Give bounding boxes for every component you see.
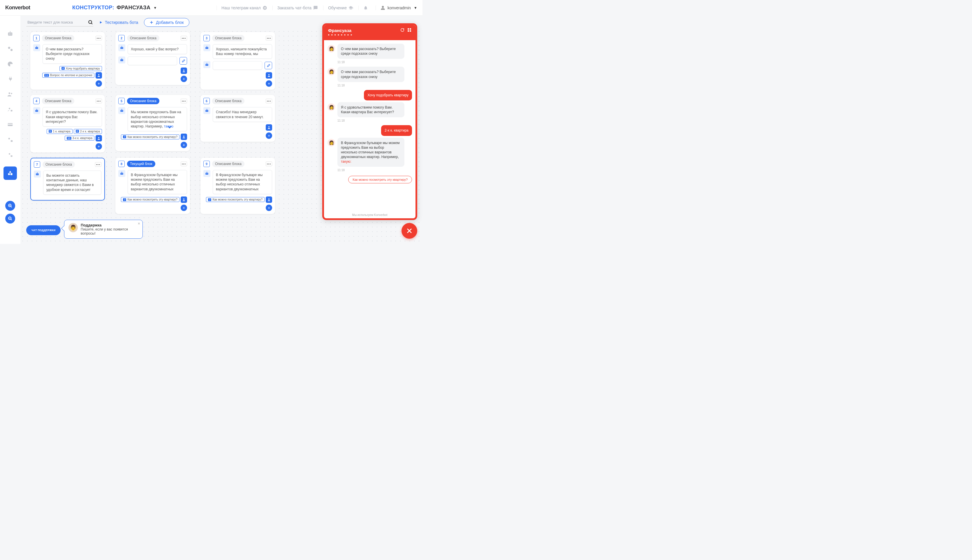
option-chip[interactable]: 7Как можно посмотреть эту квартиру? xyxy=(121,135,179,139)
svg-point-8 xyxy=(8,47,10,49)
rail-users-lock-icon[interactable] xyxy=(7,136,14,143)
block-menu-button[interactable]: ••• xyxy=(95,99,102,103)
rail-user-lock2-icon[interactable] xyxy=(7,152,14,158)
support-close-button[interactable]: × xyxy=(138,221,140,226)
option-chip[interactable]: 51 к. квартира xyxy=(47,129,72,134)
block-chip[interactable]: Текущий блок xyxy=(127,161,155,167)
block-card-7[interactable]: 7 Описание блока ••• Вы можете оставить … xyxy=(30,158,105,200)
block-menu-button[interactable]: ••• xyxy=(266,36,272,40)
svg-point-75 xyxy=(122,173,123,174)
add-option-button[interactable]: + xyxy=(266,80,272,87)
svg-rect-92 xyxy=(408,28,409,30)
block-menu-button[interactable]: ••• xyxy=(266,162,272,166)
test-bot-button[interactable]: Тестировать бота xyxy=(99,20,138,25)
block-card-6[interactable]: 6 Описание блока ••• Спасибо! Наш менедж… xyxy=(201,95,275,142)
svg-point-81 xyxy=(207,173,208,174)
block-card-4[interactable]: 4 Описание блока ••• Я с удовольствием п… xyxy=(30,95,105,153)
rail-bot-icon[interactable] xyxy=(7,30,14,37)
block-card-1[interactable]: 1 Описание блока ••• О чем вам рассказат… xyxy=(30,32,105,90)
user-menu[interactable]: konveradmin ▼ xyxy=(376,5,417,10)
edit-button[interactable] xyxy=(179,57,187,65)
notifications-button[interactable] xyxy=(358,5,370,10)
option-chip[interactable]: 7Как можно посмотреть эту квартиру? xyxy=(121,197,179,202)
block-menu-button[interactable]: ••• xyxy=(95,36,102,40)
block-menu-button[interactable]: ••• xyxy=(181,36,187,40)
block-chip[interactable]: Описание блока xyxy=(127,98,159,104)
support-chat-button[interactable]: ЧАТ ПОДДЕРЖКИ xyxy=(26,225,60,235)
rail-plug-icon[interactable] xyxy=(7,76,14,83)
telegram-icon xyxy=(263,5,267,10)
svg-rect-22 xyxy=(35,47,38,49)
title-area[interactable]: КОНСТРУКТОР: ФРАНСУАЗА ▼ xyxy=(72,5,157,11)
support-avatar: 👨 xyxy=(69,223,78,232)
block-chip[interactable]: Описание блока xyxy=(212,161,244,167)
rail-users-icon[interactable] xyxy=(7,91,14,98)
block-card-2[interactable]: 2 Описание блока ••• Хорошо, какой у Вас… xyxy=(115,32,190,85)
user-icon xyxy=(181,133,187,140)
refresh-icon[interactable] xyxy=(400,28,405,32)
svg-point-32 xyxy=(122,46,122,47)
svg-point-10 xyxy=(9,93,10,94)
user-icon xyxy=(381,5,385,10)
svg-rect-94 xyxy=(408,30,409,32)
add-option-button[interactable]: + xyxy=(266,205,272,211)
order-bot-link[interactable]: Заказать чат-бота xyxy=(273,5,318,10)
block-chip[interactable]: Описание блока xyxy=(127,35,159,41)
option-chip[interactable]: 11Вопрос по ипотеке и рассрочке xyxy=(42,73,94,78)
block-number: 6 xyxy=(203,98,210,104)
option-chip[interactable]: 103-х к. квартира xyxy=(65,136,94,141)
preview-bot-message: 👩В Французском бульваре мы можем предлож… xyxy=(328,138,412,167)
block-menu-button[interactable]: ••• xyxy=(181,162,187,166)
block-menu-button[interactable]: ••• xyxy=(95,162,101,167)
add-option-button[interactable]: + xyxy=(181,142,187,148)
zoom-in-button[interactable] xyxy=(5,201,15,211)
block-card-3[interactable]: 3 Описание блока ••• Хорошо, напишите по… xyxy=(201,32,275,90)
rail-gears-icon[interactable] xyxy=(7,45,14,52)
svg-point-58 xyxy=(122,111,123,111)
option-chip[interactable]: 82-х к. квартира xyxy=(74,129,102,134)
block-chip[interactable]: Описание блока xyxy=(42,35,74,41)
block-chip[interactable]: Описание блока xyxy=(212,35,244,41)
search-button[interactable] xyxy=(88,20,93,25)
add-block-button[interactable]: Добавить блок xyxy=(144,18,189,27)
input-placeholder[interactable] xyxy=(213,61,262,70)
block-chip[interactable]: Описание блока xyxy=(43,161,75,168)
rail-chart-icon[interactable] xyxy=(7,60,14,68)
telegram-link[interactable]: Наш телеграм канал xyxy=(216,5,267,10)
learn-link[interactable]: Обучение xyxy=(323,5,353,10)
zoom-out-button[interactable] xyxy=(5,213,15,223)
block-chip[interactable]: Описание блока xyxy=(212,98,244,104)
svg-rect-56 xyxy=(120,110,123,112)
svg-rect-15 xyxy=(8,124,13,125)
block-card-5[interactable]: 5 Описание блока ••• Мы можем предложить… xyxy=(115,95,190,151)
svg-point-24 xyxy=(37,48,38,48)
add-option-button[interactable]: + xyxy=(181,76,187,82)
block-card-8[interactable]: 8 Текущий блок ••• В Французском бульвар… xyxy=(115,158,190,214)
rail-card-icon[interactable] xyxy=(7,121,14,128)
add-option-button[interactable]: + xyxy=(181,205,187,211)
option-chip[interactable]: 7Как можно посмотреть эту квартиру? xyxy=(206,197,264,202)
add-option-button[interactable]: + xyxy=(95,80,102,87)
option-chip[interactable]: 4Хочу подобрать квартиру xyxy=(59,66,102,71)
add-option-button[interactable]: + xyxy=(95,143,102,150)
block-card-9[interactable]: 9 Описание блока ••• В Французском бульв… xyxy=(201,158,275,214)
edit-button[interactable] xyxy=(264,62,272,69)
close-preview-button[interactable] xyxy=(402,223,417,239)
preview-footer: Мы используем Konverbot xyxy=(324,212,415,218)
rail-user-lock-icon[interactable] xyxy=(7,106,14,113)
block-chip[interactable]: Описание блока xyxy=(42,98,74,104)
zoom-controls xyxy=(5,201,15,223)
preview-action-button[interactable]: Как можно посмотреть эту квартиру? xyxy=(348,176,412,183)
svg-point-27 xyxy=(98,74,99,75)
input-placeholder[interactable] xyxy=(128,57,177,65)
rail-shapes-icon[interactable] xyxy=(3,167,17,180)
block-menu-button[interactable]: ••• xyxy=(266,99,272,103)
block-message: В Французском бульваре мы можем предложи… xyxy=(128,170,187,194)
block-number: 8 xyxy=(118,161,125,167)
block-menu-button[interactable]: ••• xyxy=(181,99,187,103)
search-input[interactable] xyxy=(26,18,88,26)
svg-rect-79 xyxy=(206,173,208,175)
add-option-button[interactable]: + xyxy=(266,132,272,139)
expand-icon[interactable] xyxy=(407,28,412,32)
support-subtitle: Пишите, если у вас появятся вопросы! xyxy=(81,227,139,235)
